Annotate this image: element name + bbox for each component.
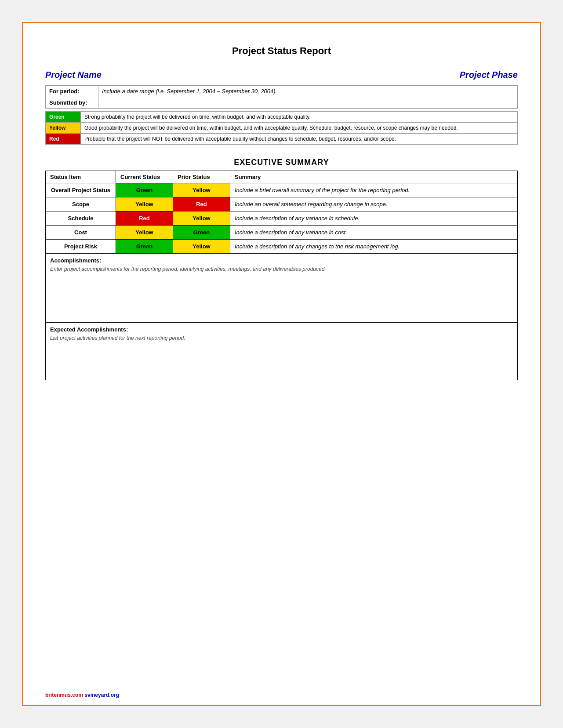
expected-accomplishments-title: Expected Accomplishments:	[50, 326, 513, 333]
legend-yellow-label: Yellow	[46, 123, 81, 134]
col-status-item: Status Item	[46, 171, 116, 183]
project-header: Project Name Project Phase	[45, 70, 518, 80]
legend-green-desc: Strong probability the project will be d…	[81, 112, 518, 123]
current-status-3: Yellow	[116, 226, 173, 240]
status-item-3: Cost	[46, 226, 116, 240]
summary-4: Include a description of any changes to …	[230, 240, 518, 254]
prior-status-2: Yellow	[173, 211, 230, 226]
expected-accomplishments-section: Expected Accomplishments: List project a…	[45, 323, 518, 380]
period-value: Include a date range (i.e. September 1, …	[98, 86, 518, 97]
page-title: Project Status Report	[45, 45, 518, 57]
page-container: Project Status Report Project Name Proje…	[22, 22, 541, 706]
status-item-1: Scope	[46, 197, 116, 211]
exec-table-row: Schedule Red Yellow Include a descriptio…	[46, 211, 518, 226]
project-name-label: Project Name	[45, 70, 102, 80]
summary-0: Include a brief overall summary of the p…	[230, 183, 518, 197]
accomplishments-title: Accomplishments:	[50, 257, 513, 264]
legend-yellow-desc: Good probability the project will be del…	[81, 123, 518, 134]
submitted-label: Submitted by:	[46, 97, 98, 109]
info-table: For period: Include a date range (i.e. S…	[45, 85, 518, 109]
legend-row-yellow: Yellow Good probability the project will…	[46, 123, 518, 134]
summary-2: Include a description of any variance in…	[230, 211, 518, 226]
submitted-value	[98, 97, 518, 109]
status-item-2: Schedule	[46, 211, 116, 226]
exec-summary-title: EXECUTIVE SUMMARY	[45, 158, 518, 167]
summary-1: Include an overall statement regarding a…	[230, 197, 518, 211]
accomplishments-text: Enter project accomplishments for the re…	[50, 266, 513, 292]
exec-table-row: Overall Project Status Green Yellow Incl…	[46, 183, 518, 197]
legend-table: Green Strong probability the project wil…	[45, 111, 518, 145]
exec-table-row: Scope Yellow Red Include an overall stat…	[46, 197, 518, 211]
current-status-2: Red	[116, 211, 173, 226]
footer-text: svineyard.org	[84, 692, 119, 698]
info-row-period: For period: Include a date range (i.e. S…	[46, 86, 518, 97]
expected-accomplishments-text: List project activities planned for the …	[50, 335, 513, 341]
current-status-4: Green	[116, 240, 173, 254]
prior-status-3: Green	[173, 226, 230, 240]
prior-status-4: Yellow	[173, 240, 230, 254]
exec-summary-table: Status Item Current Status Prior Status …	[45, 171, 518, 254]
exec-table-row: Project Risk Green Yellow Include a desc…	[46, 240, 518, 254]
legend-row-green: Green Strong probability the project wil…	[46, 112, 518, 123]
col-current-status: Current Status	[116, 171, 173, 183]
exec-table-row: Cost Yellow Green Include a description …	[46, 226, 518, 240]
current-status-1: Yellow	[116, 197, 173, 211]
exec-table-header: Status Item Current Status Prior Status …	[46, 171, 518, 183]
footer-watermark: britenmus.com	[45, 692, 83, 698]
col-prior-status: Prior Status	[173, 171, 230, 183]
legend-row-red: Red Probable that the project will NOT b…	[46, 134, 518, 145]
period-label: For period:	[46, 86, 98, 97]
legend-green-label: Green	[46, 112, 81, 123]
current-status-0: Green	[116, 183, 173, 197]
status-item-0: Overall Project Status	[46, 183, 116, 197]
col-summary: Summary	[230, 171, 518, 183]
footer: britenmus.com svineyard.org	[45, 692, 119, 698]
info-row-submitted: Submitted by:	[46, 97, 518, 109]
legend-red-desc: Probable that the project will NOT be de…	[81, 134, 518, 145]
legend-red-label: Red	[46, 134, 81, 145]
prior-status-0: Yellow	[173, 183, 230, 197]
status-item-4: Project Risk	[46, 240, 116, 254]
summary-3: Include a description of any variance in…	[230, 226, 518, 240]
accomplishments-section: Accomplishments: Enter project accomplis…	[45, 254, 518, 323]
project-phase-label: Project Phase	[460, 70, 518, 80]
prior-status-1: Red	[173, 197, 230, 211]
